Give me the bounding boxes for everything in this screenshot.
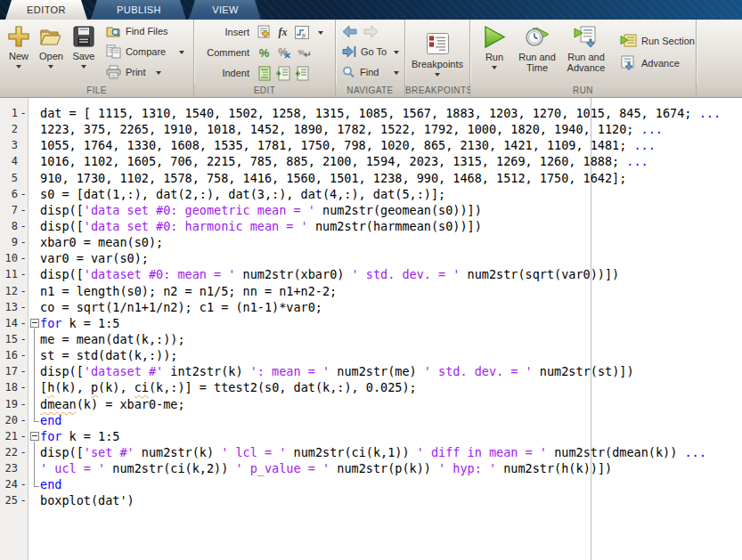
code-line[interactable]: 31055, 1764, 1330, 1608, 1535, 1781, 175… [0, 137, 742, 153]
run-section-button[interactable]: Run Section [620, 31, 695, 51]
code-line[interactable]: 22-disp(['set #' num2str(k) ' lcl = ' nu… [0, 444, 742, 460]
tab-view-label: VIEW [212, 4, 239, 15]
run-button[interactable]: Run [476, 20, 513, 84]
code-text: disp(['dataset #' int2str(k) ': mean = '… [40, 363, 634, 379]
code-line[interactable]: 23' ucl = ' num2str(ci(k,2)) ' p_value =… [0, 460, 742, 476]
ribbon-section-navigate: Go To Find NAVIGATE [336, 20, 405, 97]
line-number: 12 [0, 283, 18, 299]
code-fold-margin [29, 331, 40, 347]
ribbon-section-run: Run Run andTime Run andAdvance [470, 20, 697, 97]
code-line[interactable]: 11-disp(['dataset #0: mean = ' num2str(x… [0, 266, 742, 282]
back-button[interactable] [342, 25, 358, 38]
code-line[interactable]: 21223, 375, 2265, 1910, 1018, 1452, 1890… [0, 121, 742, 137]
compare-button[interactable]: Compare [106, 42, 184, 61]
code-fold-margin [29, 347, 40, 363]
save-floppy-icon [72, 25, 95, 48]
smart-indent-icon [257, 66, 272, 81]
ribbon-section-edit: Insert fx fi Comment % %✕ %↵ [194, 20, 336, 97]
print-button[interactable]: Print [106, 62, 184, 82]
code-line[interactable]: 14-for k = 1:5 [0, 315, 742, 331]
comment-button[interactable]: % [255, 45, 273, 61]
forward-button[interactable] [363, 25, 379, 38]
code-fold-margin [29, 170, 40, 186]
insert-section-icon [257, 25, 273, 40]
executable-line-dash: - [18, 234, 29, 250]
executable-line-dash [18, 121, 29, 137]
code-line[interactable]: 24-end [0, 476, 742, 492]
code-text: 910, 1730, 1102, 1578, 758, 1416, 1560, … [40, 170, 626, 186]
back-arrow-icon [342, 25, 358, 38]
code-line[interactable]: 25-boxplot(dat') [0, 492, 742, 508]
code-line[interactable]: 21-for k = 1:5 [0, 428, 742, 444]
tab-view[interactable]: VIEW [189, 0, 261, 20]
new-button[interactable]: New [7, 20, 30, 84]
line-number: 11 [0, 266, 18, 282]
indent-left-button[interactable] [292, 65, 311, 82]
save-dropdown-arrow-icon[interactable] [81, 65, 86, 69]
smart-indent-button[interactable] [255, 65, 273, 82]
uncomment-button[interactable]: %✕ [273, 45, 292, 61]
insert-label: Insert [194, 27, 249, 37]
line-number: 8 [0, 218, 18, 234]
wrap-comments-button[interactable]: %↵ [292, 45, 311, 61]
code-line[interactable]: 41016, 1102, 1605, 706, 2215, 785, 885, … [0, 153, 742, 169]
code-fold-margin [29, 412, 40, 428]
tab-editor[interactable]: EDITOR [5, 0, 87, 20]
insert-section-button[interactable] [255, 24, 273, 41]
new-dropdown-arrow-icon[interactable] [16, 65, 21, 69]
code-text: for k = 1:5 [40, 428, 119, 444]
compare-dropdown-arrow-icon[interactable] [179, 51, 184, 54]
goto-button[interactable]: Go To [342, 43, 399, 61]
code-line[interactable]: 13-co = sqrt(1/n1+1/n2); c1 = (n1-1)*var… [0, 299, 742, 315]
code-fold-margin [29, 105, 40, 121]
code-line[interactable]: 7-disp(['data set #0: geometric mean = '… [0, 202, 742, 218]
code-fold-toggle-icon[interactable] [29, 428, 40, 444]
find-button[interactable]: Find [342, 63, 399, 82]
find-dropdown-arrow-icon[interactable] [394, 71, 399, 75]
line-number: 13 [0, 299, 18, 315]
run-and-advance-button[interactable]: Run andAdvance [561, 20, 611, 84]
goto-dropdown-arrow-icon[interactable] [394, 51, 399, 54]
code-line[interactable]: 1-dat = [ 1115, 1310, 1540, 1502, 1258, … [0, 105, 742, 121]
indent-right-button[interactable] [273, 65, 292, 82]
print-icon [106, 65, 121, 79]
code-text: disp(['dataset #0: mean = ' num2str(xbar… [40, 266, 619, 282]
find-files-button[interactable]: Find Files [106, 21, 184, 41]
executable-line-dash: - [18, 444, 29, 460]
code-line[interactable]: 17-disp(['dataset #' int2str(k) ': mean … [0, 363, 742, 379]
open-dropdown-arrow-icon[interactable] [48, 65, 53, 69]
insert-section-break-button[interactable]: fi [292, 24, 311, 41]
save-button[interactable]: Save [72, 20, 95, 84]
code-line[interactable]: 6-s0 = [dat(1,:), dat(2,:), dat(3,:), da… [0, 186, 742, 202]
code-fold-margin [29, 218, 40, 234]
insert-dropdown-arrow-icon[interactable] [318, 31, 323, 35]
insert-function-fx-button[interactable]: fx [273, 24, 292, 41]
open-button[interactable]: Open [39, 20, 63, 84]
line-number: 17 [0, 363, 18, 379]
code-line[interactable]: 10-var0 = var(s0); [0, 250, 742, 266]
code-line[interactable]: 12-n1 = length(s0); n2 = n1/5; nn = n1+n… [0, 283, 742, 299]
code-line[interactable]: 19-dmean(k) = xbar0-me; [0, 396, 742, 412]
code-line[interactable]: 15-me = mean(dat(k,:)); [0, 331, 742, 347]
breakpoints-button[interactable]: Breakpoints [412, 28, 463, 77]
code-text: for k = 1:5 [40, 315, 119, 331]
code-line[interactable]: 9-xbar0 = mean(s0); [0, 234, 742, 250]
code-line[interactable]: 8-disp(['data set #0: harmonic mean = ' … [0, 218, 742, 234]
find-files-icon [106, 24, 121, 38]
code-fold-toggle-icon[interactable] [29, 315, 40, 331]
code-editor[interactable]: 1-dat = [ 1115, 1310, 1540, 1502, 1258, … [0, 98, 742, 560]
code-fold-margin [29, 299, 40, 315]
tab-publish[interactable]: PUBLISH [91, 0, 186, 20]
code-text: ' ucl = ' num2str(ci(k,2)) ' p_value = '… [40, 460, 612, 476]
run-and-time-button[interactable]: Run andTime [513, 20, 561, 84]
print-dropdown-arrow-icon[interactable] [156, 71, 161, 75]
breakpoints-dropdown-arrow-icon[interactable] [435, 73, 440, 77]
code-line[interactable]: 20-end [0, 412, 742, 428]
run-dropdown-arrow-icon[interactable] [492, 66, 497, 69]
code-line[interactable]: 18-[h(k), p(k), ci(k,:)] = ttest2(s0, da… [0, 379, 742, 395]
advance-button[interactable]: Advance [620, 53, 695, 73]
executable-line-dash [18, 153, 29, 169]
code-line[interactable]: 5910, 1730, 1102, 1578, 758, 1416, 1560,… [0, 170, 742, 186]
code-line[interactable]: 16-st = std(dat(k,:)); [0, 347, 742, 363]
executable-line-dash: - [18, 331, 29, 347]
